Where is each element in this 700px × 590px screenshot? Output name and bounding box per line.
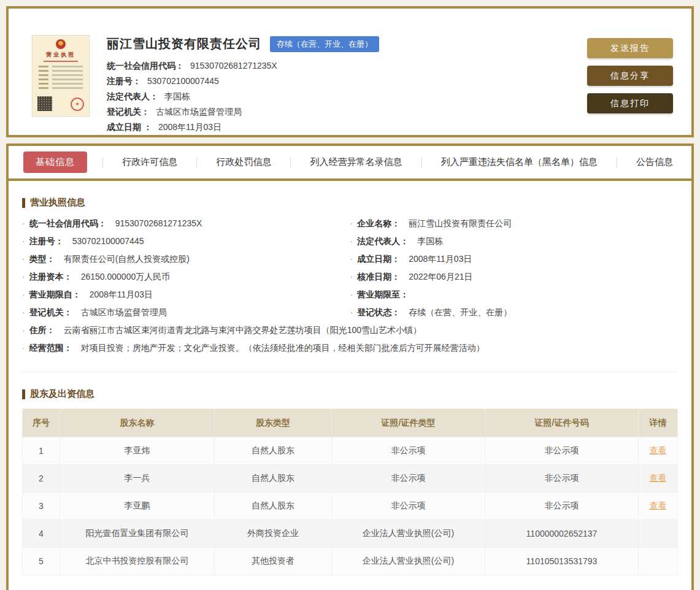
company-header-card: 营业执照 丽江雪山投资有限责任公司 存续（在营、开业、在册） 统一社会信用代码：… (6, 6, 694, 137)
section-title-license-info: 营业执照信息 (22, 197, 678, 209)
col-header-name: 股东名称 (60, 409, 215, 437)
field-registered-capital: ·注册资本：26150.000000万人民币 (22, 268, 350, 286)
view-detail-link[interactable]: 查看 (650, 473, 667, 483)
section-divider (22, 372, 678, 372)
header-field-legal-rep: 法定代表人：李国栋 (107, 89, 575, 104)
header-field-authority: 登记机关：古城区市场监督管理局 (107, 104, 575, 120)
col-header-detail: 详情 (639, 409, 678, 437)
field-authority: ·登记机关：古城区市场监督管理局 (22, 304, 350, 321)
status-badge: 存续（在营、开业、在册） (270, 36, 379, 52)
detail-card: 基础信息 行政许可信息 行政处罚信息 列入经营异常名录信息 列入严重违法失信名单… (6, 144, 694, 590)
field-approval-date: ·核准日期：2022年06月21日 (350, 268, 679, 286)
header-action-buttons: 发送报告 信息分享 信息打印 (587, 38, 673, 135)
field-registration-status: ·登记状态：存续（在营、开业、在册） (350, 304, 679, 321)
table-row: 1 李亚炜 自然人股东 非公示项 非公示项 查看 (23, 437, 678, 465)
field-address: ·住所：云南省丽江市古城区束河街道青龙北路与束河中路交界处艺莲坊项目（阳光100… (22, 321, 678, 339)
license-fields-grid: ·统一社会信用代码：91530702681271235X ·注册号：530702… (22, 215, 678, 321)
table-row: 5 北京中书投资控股有限公司 其他投资者 企业法人营业执照(公司) 110105… (23, 548, 678, 575)
field-founded-date: ·成立日期：2008年11月03日 (350, 250, 679, 268)
shareholders-table: 序号 股东名称 股东类型 证照/证件类型 证照/证件号码 详情 1 李亚炜 自然… (22, 408, 678, 575)
qr-code (37, 96, 52, 111)
col-header-index: 序号 (23, 409, 60, 437)
table-row: 4 阳光壹佰置业集团有限公司 外商投资企业 企业法人营业执照(公司) 11000… (23, 520, 678, 548)
tab-announcements[interactable]: 公告信息 (633, 151, 677, 173)
col-header-cert-no: 证照/证件号码 (485, 409, 639, 437)
business-license-thumbnail: 营业执照 (32, 35, 90, 117)
license-decoration (44, 61, 78, 62)
col-header-type: 股东类型 (215, 409, 332, 437)
field-credit-code: ·统一社会信用代码：91530702681271235X (22, 215, 350, 232)
view-detail-link[interactable]: 查看 (650, 500, 667, 510)
field-company-type: ·类型：有限责任公司(自然人投资或控股) (22, 250, 350, 268)
header-field-reg-no: 注册号：530702100007445 (107, 74, 575, 89)
empty-detail-cell (639, 548, 678, 575)
tab-basic-info[interactable]: 基础信息 (23, 151, 87, 173)
table-row: 2 李一兵 自然人股东 非公示项 非公示项 查看 (23, 465, 678, 492)
table-header-row: 序号 股东名称 股东类型 证照/证件类型 证照/证件号码 详情 (23, 409, 678, 437)
table-row: 3 李亚鹏 自然人股东 非公示项 非公示项 查看 (23, 492, 678, 520)
send-report-button[interactable]: 发送报告 (587, 38, 673, 58)
tab-abnormal-operation-list[interactable]: 列入经营异常名录信息 (307, 151, 406, 173)
empty-detail-cell (639, 520, 678, 548)
field-reg-no: ·注册号：530702100007445 (22, 232, 350, 250)
field-term-from: ·营业期限自：2008年11月03日 (22, 286, 350, 304)
tab-admin-penalty[interactable]: 行政处罚信息 (212, 151, 275, 173)
col-header-cert-type: 证照/证件类型 (332, 409, 485, 437)
field-term-to: ·营业期限至： (350, 286, 679, 304)
field-legal-rep: ·法定代表人：李国栋 (350, 232, 679, 250)
print-info-button[interactable]: 信息打印 (587, 93, 673, 113)
tab-admin-license[interactable]: 行政许可信息 (118, 151, 181, 173)
red-stamp-icon (71, 98, 84, 111)
tab-serious-violation-blacklist[interactable]: 列入严重违法失信名单（黑名单）信息 (437, 151, 601, 173)
view-detail-link[interactable]: 查看 (650, 445, 667, 455)
license-thumb-title: 营业执照 (37, 51, 84, 59)
national-emblem-icon (56, 39, 66, 49)
field-company-name: ·企业名称：丽江雪山投资有限责任公司 (350, 215, 679, 232)
company-name: 丽江雪山投资有限责任公司 (107, 36, 261, 52)
tab-bar: 基础信息 行政许可信息 行政处罚信息 列入经营异常名录信息 列入严重违法失信名单… (9, 146, 691, 181)
field-business-scope: ·经营范围：对项目投资；房地产开发；文化产业投资。（依法须经批准的项目，经相关部… (22, 339, 678, 357)
section-title-shareholders: 股东及出资信息 (22, 388, 678, 400)
header-field-credit-code: 统一社会信用代码：91530702681271235X (107, 58, 575, 74)
share-info-button[interactable]: 信息分享 (587, 66, 673, 86)
header-field-founded-date: 成立日期 ：2008年11月03日 (107, 120, 575, 135)
